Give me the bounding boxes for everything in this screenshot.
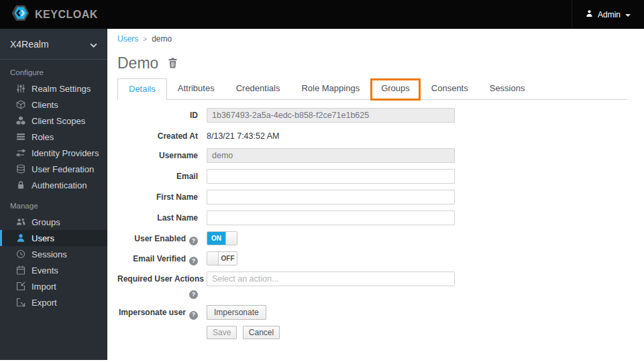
impersonate-user-label: Impersonate user?: [117, 305, 198, 319]
import-icon: [15, 282, 25, 292]
caret-down-icon: [625, 14, 631, 17]
form-row-first-name: First Name: [117, 190, 627, 204]
sidebar-item-label: Export: [32, 298, 57, 308]
impersonate-button[interactable]: Impersonate: [207, 305, 266, 320]
toggle-on-label: ON: [207, 232, 225, 245]
groups-icon: [15, 217, 25, 227]
sidebar-item-label: Import: [32, 282, 56, 292]
tab-credentials[interactable]: Credentials: [225, 78, 291, 100]
help-icon: ?: [189, 257, 198, 265]
tab-sessions[interactable]: Sessions: [479, 78, 536, 100]
tab-groups[interactable]: Groups: [370, 78, 421, 101]
help-icon: ?: [189, 311, 198, 320]
sidebar-nav: Configure Realm Settings Clie: [0, 60, 107, 310]
email-verified-toggle[interactable]: OFF: [207, 251, 237, 265]
help-icon: ?: [189, 237, 198, 245]
lock-icon: [15, 180, 25, 190]
cube-icon: [15, 100, 25, 110]
sidebar-item-label: Roles: [32, 132, 54, 142]
sidebar-item-realm-settings[interactable]: Realm Settings: [0, 80, 107, 97]
last-name-field[interactable]: [207, 210, 455, 225]
sidebar-item-label: Sessions: [32, 249, 67, 259]
form-row-email: Email: [117, 169, 627, 184]
user-icon: [15, 233, 25, 243]
sidebar: X4Realm Configure Realm Settings: [0, 29, 107, 360]
sidebar-item-events[interactable]: Events: [0, 262, 107, 278]
username-label: Username: [117, 148, 198, 162]
id-label: ID: [117, 108, 198, 121]
sidebar-item-roles[interactable]: Roles: [0, 129, 107, 145]
list-icon: [15, 132, 25, 142]
first-name-label: First Name: [117, 190, 198, 203]
export-icon: [15, 298, 25, 308]
sidebar-item-identity-providers[interactable]: Identity Providers: [0, 145, 107, 161]
sidebar-item-label: User Federation: [32, 164, 94, 174]
page-title: Demo: [117, 54, 158, 72]
sliders-icon: [15, 84, 25, 94]
sidebar-item-label: Events: [32, 265, 58, 276]
tab-details[interactable]: Details: [117, 78, 167, 100]
section-label-configure: Configure: [0, 60, 107, 80]
id-field[interactable]: [207, 108, 455, 123]
breadcrumb-current: demo: [152, 34, 172, 44]
tab-consents[interactable]: Consents: [421, 78, 479, 100]
form-actions: Save Cancel: [117, 326, 627, 339]
user-enabled-toggle[interactable]: ON: [207, 231, 237, 245]
user-icon: [586, 9, 593, 19]
user-details-form: ID Created At 8/13/21 7:43:52 AM Usernam…: [117, 108, 627, 339]
keycloak-logo-icon: [11, 4, 30, 25]
first-name-field[interactable]: [207, 190, 455, 204]
tab-role-mappings[interactable]: Role Mappings: [290, 78, 370, 100]
form-row-last-name: Last Name: [117, 210, 627, 225]
email-field[interactable]: [207, 169, 455, 184]
sidebar-item-label: Realm Settings: [32, 84, 91, 94]
sidebar-item-authentication[interactable]: Authentication: [0, 177, 107, 193]
required-user-actions-label: Required User Actions ?: [117, 272, 198, 299]
sidebar-item-groups[interactable]: Groups: [0, 214, 107, 230]
toggle-knob: [207, 252, 219, 265]
form-row-username: Username: [117, 148, 627, 163]
sidebar-item-export[interactable]: Export: [0, 294, 107, 310]
topbar: KEYCLOAK Admin: [0, 0, 644, 29]
toggle-knob: [225, 232, 237, 245]
sidebar-item-sessions[interactable]: Sessions: [0, 246, 107, 262]
chevron-down-icon: [90, 39, 97, 50]
save-button[interactable]: Save: [207, 326, 237, 339]
form-row-required-user-actions: Required User Actions ?: [117, 272, 627, 299]
form-row-user-enabled: User Enabled? ON: [117, 231, 627, 245]
sidebar-item-import[interactable]: Import: [0, 278, 107, 294]
tab-attributes[interactable]: Attributes: [167, 78, 225, 100]
sidebar-item-client-scopes[interactable]: Client Scopes: [0, 113, 107, 129]
trash-icon[interactable]: [168, 58, 178, 68]
form-row-impersonate: Impersonate user? Impersonate: [117, 305, 627, 320]
sidebar-item-label: Users: [32, 233, 54, 243]
user-enabled-label: User Enabled?: [117, 231, 198, 245]
breadcrumb-separator: >: [143, 36, 147, 43]
section-label-manage: Manage: [0, 193, 107, 214]
keycloak-admin-console: KEYCLOAK Admin X4Realm Configure: [0, 0, 644, 362]
form-row-created-at: Created At 8/13/21 7:43:52 AM: [117, 129, 627, 142]
realm-name: X4Realm: [10, 39, 49, 50]
brand-text: KEYCLOAK: [35, 9, 98, 21]
breadcrumb-users-link[interactable]: Users: [117, 34, 138, 44]
form-row-email-verified: Email Verified? OFF: [117, 251, 627, 265]
page-title-row: Demo: [117, 54, 627, 72]
user-menu-label: Admin: [598, 10, 621, 19]
sidebar-item-users[interactable]: Users: [0, 230, 107, 246]
required-user-actions-select[interactable]: [207, 272, 455, 286]
last-name-label: Last Name: [117, 210, 198, 224]
sidebar-item-clients[interactable]: Clients: [0, 97, 107, 113]
cubes-icon: [15, 116, 25, 126]
sidebar-item-label: Clients: [32, 100, 58, 110]
sidebar-item-user-federation[interactable]: User Federation: [0, 161, 107, 177]
help-icon: ?: [189, 290, 198, 299]
cancel-button[interactable]: Cancel: [243, 326, 280, 339]
user-menu-dropdown[interactable]: Admin: [572, 0, 644, 29]
realm-selector[interactable]: X4Realm: [0, 29, 107, 60]
breadcrumb: Users > demo: [117, 34, 627, 44]
sidebar-item-label: Client Scopes: [32, 116, 85, 126]
username-field[interactable]: [207, 148, 455, 163]
database-icon: [15, 164, 25, 174]
sidebar-item-label: Authentication: [32, 180, 87, 190]
calendar-icon: [15, 265, 25, 276]
